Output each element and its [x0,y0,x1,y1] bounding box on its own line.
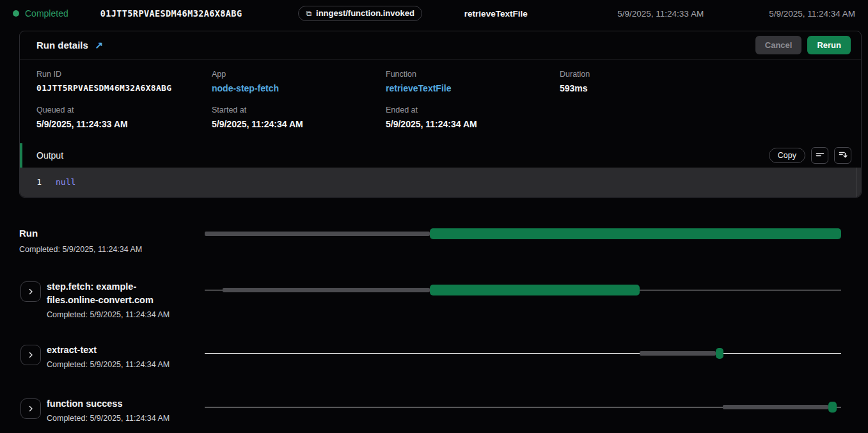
run-details-header: Run details ↗ Cancel Rerun [20,31,861,59]
step-title: step.fetch: example-files.online-convert… [47,280,185,307]
run-id-text: 01JTT5RPVAESDM46M32A6X8ABG [100,8,242,19]
field-label: Function [386,70,560,79]
queued-timestamp: 5/9/2025, 11:24:33 AM [617,9,704,19]
copy-output-button[interactable]: Copy [769,148,805,163]
timeline-segment-active [430,285,639,295]
field-ended-at: Ended at 5/9/2025, 11:24:34 AM [386,106,560,129]
code-text: null [56,177,75,187]
output-accent-bar [20,143,22,168]
field-value: 593ms [560,83,844,93]
panel-title: Run details [36,40,88,51]
step-title: extract-text [47,343,185,357]
step-completed: Completed: 5/9/2025, 11:24:34 AM [47,413,185,424]
step-completed: Completed: 5/9/2025, 11:24:34 AM [47,359,185,370]
chevron-right-icon [28,350,34,360]
output-code-block: 1 null [20,168,861,197]
function-success-track [205,402,841,413]
function-name-text: retrieveTextFile [464,9,528,19]
field-label: Queued at [36,106,212,114]
wrap-lines-button[interactable] [811,147,828,164]
output-header: Output Copy [20,143,861,168]
chevron-right-icon [28,404,34,414]
timeline-row-run: Run Completed: 5/9/2025, 11:24:34 AM [19,227,841,255]
timeline-row-function-success: function success Completed: 5/9/2025, 11… [19,397,841,424]
chevron-right-icon [28,287,34,297]
output-title: Output [36,150,63,161]
timeline-segment-active [828,402,837,413]
copy-icon: ⧉ [306,9,312,18]
timeline-segment-queue [723,405,828,409]
move-to-bottom-button[interactable] [834,147,851,164]
run-detail-grid: Run ID 01JTT5RPVAESDM46M32A6X8ABG App no… [20,59,861,143]
run-details-panel: Run details ↗ Cancel Rerun Run ID 01JTT5… [19,31,862,198]
event-name-badge[interactable]: ⧉ inngest/function.invoked [298,6,422,21]
step-completed: Completed: 5/9/2025, 11:24:34 AM [47,310,185,320]
status-completed-icon [13,10,19,17]
step-title: function success [47,397,185,411]
function-link[interactable]: retrieveTextFile [386,83,560,93]
field-label: Duration [560,70,844,79]
field-function: Function retrieveTextFile [386,70,560,93]
timeline-row-step-fetch: step.fetch: example-files.online-convert… [19,280,841,320]
timeline-segment-active [716,348,723,359]
field-label: Started at [212,106,386,114]
field-value: 5/9/2025, 11:24:34 AM [386,119,560,129]
field-value: 01JTT5RPVAESDM46M32A6X8ABG [36,83,212,93]
step-fetch-track [205,285,841,295]
cancel-button[interactable]: Cancel [755,36,802,54]
external-link-icon[interactable]: ↗ [95,40,104,50]
field-label: Run ID [36,70,212,79]
field-run-id: Run ID 01JTT5RPVAESDM46M32A6X8ABG [36,70,212,93]
expand-step-button[interactable] [20,398,41,419]
field-label: Ended at [386,106,560,114]
expand-step-button[interactable] [20,281,41,302]
started-timestamp: 5/9/2025, 11:24:34 AM [769,9,855,19]
field-duration: Duration 593ms [560,70,844,93]
run-status-bar: Completed 01JTT5RPVAESDM46M32A6X8ABG ⧉ i… [0,0,868,27]
timeline-run-track [205,228,841,239]
timeline-segment-line [205,353,841,354]
code-line: 1 null [20,177,861,187]
field-app: App node-step-fetch [212,70,386,93]
extract-text-track [205,348,841,359]
field-value: 5/9/2025, 11:24:34 AM [212,119,386,129]
run-timeline: Run Completed: 5/9/2025, 11:24:34 AM ste… [19,227,841,424]
timeline-run-name: Run [19,227,38,240]
field-value: 5/9/2025, 11:24:33 AM [36,119,212,129]
timeline-segment-queue [205,232,430,236]
timeline-segment-queue [223,288,430,292]
event-name-label: inngest/function.invoked [316,8,414,18]
timeline-run-completed: Completed: 5/9/2025, 11:24:34 AM [19,244,142,255]
rerun-button[interactable]: Rerun [807,36,851,54]
field-started-at: Started at 5/9/2025, 11:24:34 AM [212,106,386,129]
wrap-lines-icon [816,150,825,161]
status-label: Completed [25,8,68,19]
timeline-segment-queue [640,351,716,356]
field-label: App [212,70,386,79]
timeline-segment-active [430,228,841,239]
timeline-row-extract-text: extract-text Completed: 5/9/2025, 11:24:… [19,343,841,370]
field-queued-at: Queued at 5/9/2025, 11:24:33 AM [36,106,212,129]
line-number: 1 [20,177,56,187]
expand-step-button[interactable] [20,345,41,365]
lines-down-arrow-icon [839,150,848,161]
scrollbar-gutter[interactable] [856,168,856,197]
app-link[interactable]: node-step-fetch [212,83,386,93]
